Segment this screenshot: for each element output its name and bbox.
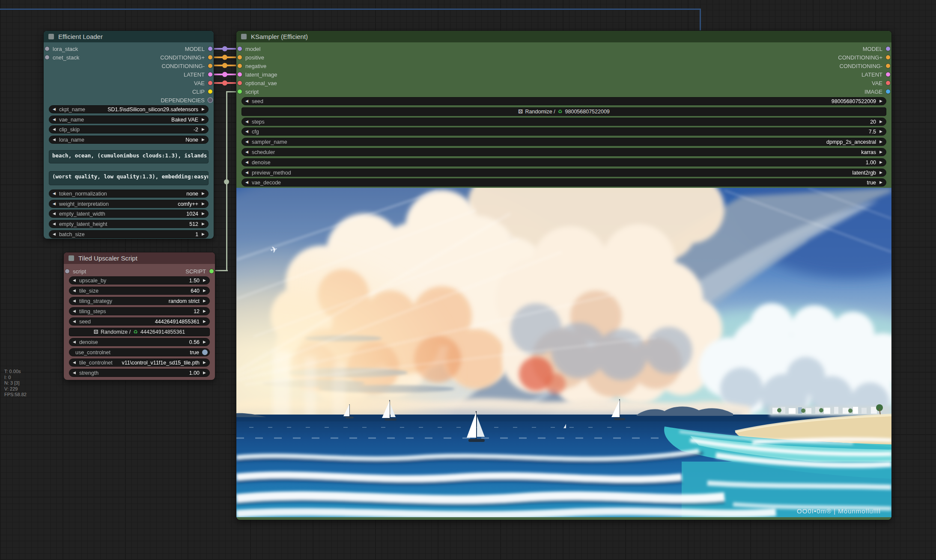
decrement-arrow-icon[interactable]: ◀ bbox=[69, 361, 79, 364]
decrement-arrow-icon[interactable]: ◀ bbox=[242, 160, 252, 164]
slot-dot[interactable] bbox=[208, 72, 212, 77]
widget-steps[interactable]: ◀steps20▶ bbox=[241, 118, 886, 126]
decrement-arrow-icon[interactable]: ◀ bbox=[69, 371, 79, 375]
decrement-arrow-icon[interactable]: ◀ bbox=[242, 171, 252, 175]
input-slot-lora-stack[interactable]: lora_stack bbox=[44, 45, 81, 52]
negative-prompt-textarea[interactable]: (worst quality, low quality:1.3), embedd… bbox=[49, 171, 209, 185]
increment-arrow-icon[interactable]: ▶ bbox=[198, 202, 208, 206]
output-slot-model[interactable]: MODEL bbox=[182, 45, 214, 52]
collapse-box-icon[interactable] bbox=[69, 255, 74, 261]
widget-denoise[interactable]: ◀denoise1.00▶ bbox=[241, 158, 886, 166]
slot-dot[interactable] bbox=[208, 64, 212, 68]
input-slot-latent-image[interactable]: latent_image bbox=[236, 71, 280, 78]
widget-ckpt_name[interactable]: ◀ckpt_nameSD1.5\sdSilicon_silicon29.safe… bbox=[49, 105, 209, 113]
slot-dot[interactable] bbox=[45, 55, 49, 59]
slot-dot[interactable] bbox=[238, 81, 242, 85]
input-slot-cnet-stack[interactable]: cnet_stack bbox=[44, 54, 83, 61]
toggle-knob[interactable] bbox=[202, 350, 208, 355]
increment-arrow-icon[interactable]: ▶ bbox=[876, 181, 886, 184]
slot-dot[interactable] bbox=[238, 89, 242, 94]
increment-arrow-icon[interactable]: ▶ bbox=[200, 320, 209, 323]
increment-arrow-icon[interactable]: ▶ bbox=[198, 192, 208, 196]
output-slot-image[interactable]: IMAGE bbox=[861, 88, 891, 95]
wire-model-dot[interactable] bbox=[222, 46, 227, 51]
increment-arrow-icon[interactable]: ▶ bbox=[198, 107, 208, 111]
output-slot-latent[interactable]: LATENT bbox=[180, 71, 214, 78]
slot-dot[interactable] bbox=[208, 98, 212, 102]
increment-arrow-icon[interactable]: ▶ bbox=[198, 232, 208, 236]
widget-strength[interactable]: ◀strength1.00▶ bbox=[69, 369, 210, 377]
widget-weight_interpretation[interactable]: ◀weight_interpretationcomfy++▶ bbox=[49, 200, 209, 208]
output-slot-conditioning-[interactable]: CONDITIONING- bbox=[158, 62, 214, 69]
increment-arrow-icon[interactable]: ▶ bbox=[876, 171, 886, 175]
randomize-button[interactable]: ⚄Randomize /♻980056807522009 bbox=[241, 107, 886, 116]
node-header[interactable]: Tiled Upscaler Script bbox=[64, 252, 215, 264]
decrement-arrow-icon[interactable]: ◀ bbox=[242, 181, 252, 184]
randomize-button[interactable]: ⚄Randomize /♻444264914855361 bbox=[69, 328, 210, 336]
decrement-arrow-icon[interactable]: ◀ bbox=[69, 320, 79, 323]
widget-seed[interactable]: ◀seed980056807522009▶ bbox=[241, 97, 886, 105]
decrement-arrow-icon[interactable]: ◀ bbox=[69, 340, 79, 344]
increment-arrow-icon[interactable]: ▶ bbox=[876, 130, 886, 133]
decrement-arrow-icon[interactable]: ◀ bbox=[242, 130, 252, 133]
increment-arrow-icon[interactable]: ▶ bbox=[876, 99, 886, 103]
slot-dot[interactable] bbox=[238, 64, 242, 68]
decrement-arrow-icon[interactable]: ◀ bbox=[49, 202, 59, 206]
slot-dot[interactable] bbox=[208, 47, 212, 51]
increment-arrow-icon[interactable]: ▶ bbox=[876, 160, 886, 164]
slot-dot[interactable] bbox=[238, 72, 242, 77]
slot-dot[interactable] bbox=[886, 81, 890, 85]
wire-script-dot[interactable] bbox=[224, 179, 229, 184]
collapse-box-icon[interactable] bbox=[241, 34, 247, 39]
widget-clip_skip[interactable]: ◀clip_skip-2▶ bbox=[49, 125, 209, 133]
decrement-arrow-icon[interactable]: ◀ bbox=[49, 118, 59, 121]
decrement-arrow-icon[interactable]: ◀ bbox=[69, 309, 79, 313]
slot-dot[interactable] bbox=[886, 47, 890, 51]
increment-arrow-icon[interactable]: ▶ bbox=[876, 140, 886, 144]
increment-arrow-icon[interactable]: ▶ bbox=[198, 118, 208, 121]
slot-dot[interactable] bbox=[45, 47, 49, 51]
decrement-arrow-icon[interactable]: ◀ bbox=[242, 150, 252, 154]
output-slot-latent[interactable]: LATENT bbox=[858, 71, 891, 78]
increment-arrow-icon[interactable]: ▶ bbox=[200, 340, 209, 344]
widget-tiling_strategy[interactable]: ◀tiling_strategyrandom strict▶ bbox=[69, 297, 210, 305]
decrement-arrow-icon[interactable]: ◀ bbox=[69, 279, 79, 282]
node-ksampler-efficient[interactable]: KSampler (Efficient) bbox=[236, 31, 891, 520]
decrement-arrow-icon[interactable]: ◀ bbox=[49, 232, 59, 236]
widget-use_controlnet[interactable]: use_controlnettrue bbox=[69, 348, 210, 356]
widget-batch_size[interactable]: ◀batch_size1▶ bbox=[49, 230, 209, 238]
decrement-arrow-icon[interactable]: ◀ bbox=[49, 192, 59, 196]
node-efficient-loader[interactable]: Efficient Loader lora_stackcnet_stack MO… bbox=[44, 31, 214, 239]
decrement-arrow-icon[interactable]: ◀ bbox=[49, 222, 59, 226]
output-slot-conditioning+[interactable]: CONDITIONING+ bbox=[157, 54, 214, 61]
output-slot-model[interactable]: MODEL bbox=[859, 45, 891, 52]
widget-scheduler[interactable]: ◀schedulerkarras▶ bbox=[241, 148, 886, 156]
input-slot-script[interactable]: script bbox=[64, 268, 89, 275]
increment-arrow-icon[interactable]: ▶ bbox=[200, 289, 209, 293]
widget-empty_latent_width[interactable]: ◀empty_latent_width1024▶ bbox=[49, 210, 209, 218]
slot-dot[interactable] bbox=[886, 72, 890, 77]
increment-arrow-icon[interactable]: ▶ bbox=[198, 138, 208, 142]
increment-arrow-icon[interactable]: ▶ bbox=[198, 127, 208, 131]
widget-cfg[interactable]: ◀cfg7.5▶ bbox=[241, 127, 886, 136]
output-slot-vae[interactable]: VAE bbox=[191, 80, 214, 86]
node-header[interactable]: KSampler (Efficient) bbox=[236, 31, 891, 42]
input-slot-model[interactable]: model bbox=[236, 45, 264, 52]
increment-arrow-icon[interactable]: ▶ bbox=[876, 120, 886, 124]
input-slot-positive[interactable]: positive bbox=[236, 54, 268, 61]
slot-dot[interactable] bbox=[65, 269, 69, 273]
widget-token_normalization[interactable]: ◀token_normalizationnone▶ bbox=[49, 190, 209, 198]
output-slot-dependencies[interactable]: DEPENDENCIES bbox=[157, 97, 214, 104]
wire-vae-dot[interactable] bbox=[222, 80, 227, 86]
widget-vae_decode[interactable]: ◀vae_decodetrue▶ bbox=[241, 178, 886, 187]
input-slot-optional-vae[interactable]: optional_vae bbox=[236, 80, 280, 86]
slot-dot[interactable] bbox=[886, 89, 890, 94]
decrement-arrow-icon[interactable]: ◀ bbox=[242, 140, 252, 144]
increment-arrow-icon[interactable]: ▶ bbox=[200, 299, 209, 303]
wire-conditioning-pos-dot[interactable] bbox=[222, 55, 227, 60]
increment-arrow-icon[interactable]: ▶ bbox=[200, 309, 209, 313]
widget-tile_controlnet[interactable]: ◀tile_controlnetv11\control_v11f1e_sd15_… bbox=[69, 359, 210, 367]
slot-dot[interactable] bbox=[238, 55, 242, 59]
output-slot-clip[interactable]: CLIP bbox=[189, 88, 214, 95]
positive-prompt-textarea[interactable]: beach, ocean, (cumulonimbus clouds:1.3),… bbox=[49, 150, 209, 163]
